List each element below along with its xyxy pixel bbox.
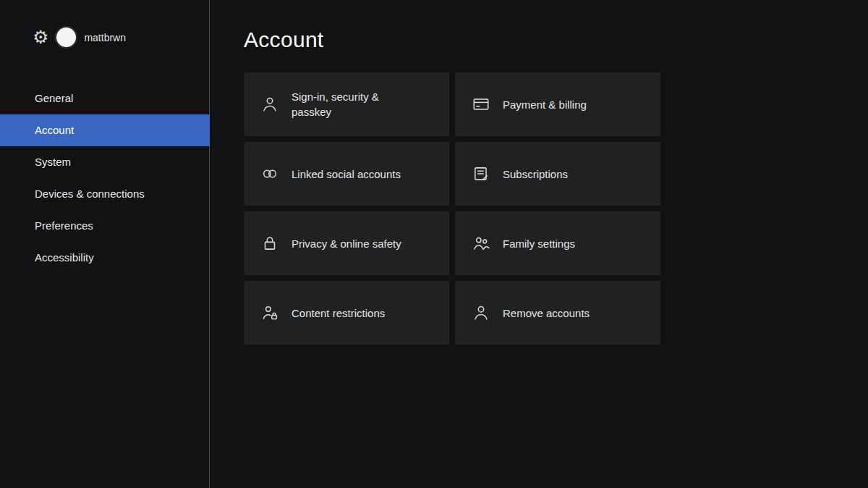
sidebar: ⚙ mattbrwn General Account System Device… xyxy=(0,0,210,488)
sidebar-item-account[interactable]: Account xyxy=(0,114,210,146)
main-content: Account Sign-in, security & passkey xyxy=(244,0,660,345)
tile-subscriptions[interactable]: Subscriptions xyxy=(455,142,660,206)
credit-card-icon xyxy=(471,95,491,114)
sidebar-item-accessibility[interactable]: Accessibility xyxy=(0,242,210,274)
sidebar-nav: General Account System Devices & connect… xyxy=(0,83,210,274)
tile-label: Content restrictions xyxy=(292,306,385,321)
profile-button[interactable]: ⚙ mattbrwn xyxy=(33,28,126,47)
sidebar-item-preferences[interactable]: Preferences xyxy=(0,210,210,242)
tile-label: Family settings xyxy=(503,236,575,251)
tile-label: Linked social accounts xyxy=(292,167,401,182)
person-icon xyxy=(260,95,280,114)
subscriptions-icon xyxy=(471,164,491,183)
tile-label: Sign-in, security & passkey xyxy=(292,89,413,119)
tile-label: Subscriptions xyxy=(503,167,568,182)
avatar[interactable] xyxy=(56,28,76,47)
page-title: Account xyxy=(244,28,660,52)
tile-label: Privacy & online safety xyxy=(292,236,401,251)
tile-label: Remove accounts xyxy=(503,306,590,321)
link-icon xyxy=(260,164,280,183)
sidebar-item-general[interactable]: General xyxy=(0,83,210,114)
tile-sign-in-security-passkey[interactable]: Sign-in, security & passkey xyxy=(244,72,449,136)
lock-icon xyxy=(260,234,280,253)
family-icon xyxy=(471,234,491,253)
settings-screen: ⚙ mattbrwn General Account System Device… xyxy=(0,0,868,488)
gear-icon[interactable]: ⚙ xyxy=(33,28,48,46)
remove-account-icon xyxy=(471,303,491,322)
username-label: mattbrwn xyxy=(84,32,126,43)
tile-family-settings[interactable]: Family settings xyxy=(455,211,660,275)
tile-remove-accounts[interactable]: Remove accounts xyxy=(455,281,660,345)
tile-content-restrictions[interactable]: Content restrictions xyxy=(244,281,449,345)
sidebar-item-devices-connections[interactable]: Devices & connections xyxy=(0,178,210,210)
person-lock-icon xyxy=(260,303,280,322)
tiles-grid: Sign-in, security & passkey Payment & bi… xyxy=(244,72,660,345)
tile-payment-billing[interactable]: Payment & billing xyxy=(455,72,660,136)
tile-privacy-online-safety[interactable]: Privacy & online safety xyxy=(244,211,449,275)
tile-linked-social-accounts[interactable]: Linked social accounts xyxy=(244,142,449,206)
sidebar-item-system[interactable]: System xyxy=(0,146,210,178)
tile-label: Payment & billing xyxy=(503,97,587,112)
